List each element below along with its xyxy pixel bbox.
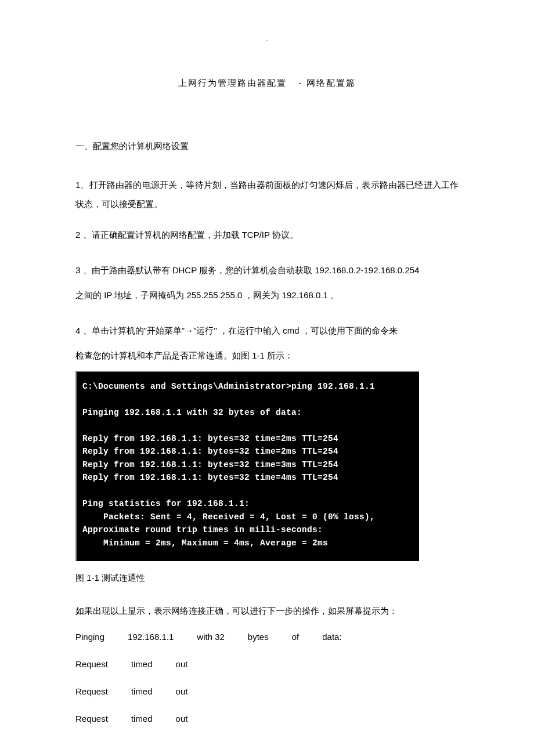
title-part-2: - 网络配置篇 <box>298 78 355 88</box>
document-page: . 上网行为管理路由器配置- 网络配置篇 一、配置您的计算机网络设置 1、打开路… <box>0 0 534 756</box>
terminal-output: C:\Documents and Settings\Administrator>… <box>75 371 419 561</box>
document-title: 上网行为管理路由器配置- 网络配置篇 <box>75 78 459 89</box>
header-mark: . <box>75 35 459 43</box>
figure-caption: 图 1-1 测试连通性 <box>75 573 459 584</box>
paragraph-3a: 3 、由于路由器默认带有 DHCP 服务，您的计算机会自动获取 192.168.… <box>75 261 459 280</box>
ping-line: Pinging192.168.1.1with 32bytesofdata: <box>75 632 459 642</box>
timeout-line-1: Requesttimedout <box>75 659 459 669</box>
paragraph-3b: 之间的 IP 地址，子网掩码为 255.255.255.0 ，网关为 192.1… <box>75 285 459 305</box>
timeout-line-2: Requesttimedout <box>75 686 459 696</box>
paragraph-5: 如果出现以上显示，表示网络连接正确，可以进行下一步的操作，如果屏幕提示为： <box>75 601 459 620</box>
section-heading-1: 一、配置您的计算机网络设置 <box>75 141 459 152</box>
paragraph-4b: 检查您的计算机和本产品是否正常连通。如图 1-1 所示： <box>75 346 459 365</box>
timeout-line-3: Requesttimedout <box>75 714 459 724</box>
paragraph-1: 1、打开路由器的电源开关，等待片刻，当路由器前面板的灯匀速闪烁后，表示路由器已经… <box>75 175 459 214</box>
paragraph-2: 2 、请正确配置计算机的网络配置，并加载 TCP/IP 协议。 <box>75 225 459 244</box>
title-part-1: 上网行为管理路由器配置 <box>178 78 287 88</box>
paragraph-4a: 4 、单击计算机的"开始菜单"→"运行" ，在运行中输入 cmd ，可以使用下面… <box>75 321 459 340</box>
